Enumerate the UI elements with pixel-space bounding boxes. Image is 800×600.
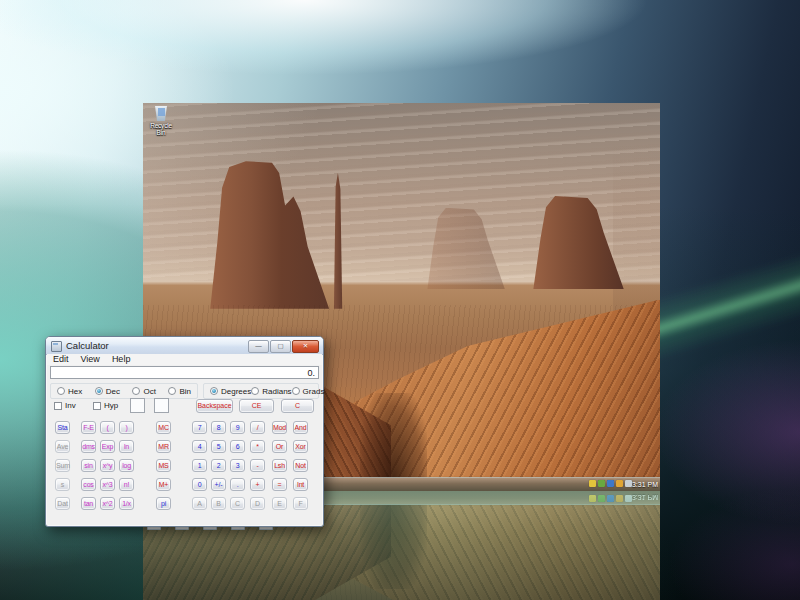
calc-button-key[interactable]: / bbox=[250, 421, 265, 434]
calc-button-d: D bbox=[250, 497, 265, 510]
calc-button-2[interactable]: 2 bbox=[211, 459, 226, 472]
radio-dot bbox=[251, 387, 259, 395]
calc-button-xor[interactable]: Xor bbox=[293, 440, 308, 453]
clear-button[interactable]: C bbox=[281, 399, 314, 413]
checkbox-hyp[interactable]: Hyp bbox=[93, 401, 118, 410]
calc-button-sin[interactable]: sin bbox=[81, 459, 96, 472]
calc-button-sum: Sum bbox=[55, 459, 70, 472]
calc-button-tan[interactable]: tan bbox=[81, 497, 96, 510]
calc-button-3[interactable]: 3 bbox=[230, 459, 245, 472]
desktop: Recycle Bin 3:31 PM Recycle Bin 3:31 PM bbox=[0, 0, 800, 600]
recycle-bin-label: Recycle Bin bbox=[146, 122, 176, 136]
checkbox-label: Inv bbox=[65, 401, 76, 410]
tray-icon-network[interactable] bbox=[598, 480, 605, 487]
calc-button-key[interactable]: ( bbox=[100, 421, 115, 434]
radio-grads[interactable]: Grads bbox=[292, 387, 325, 396]
number-base-group: Hex Dec Oct Bin bbox=[50, 383, 198, 399]
foreground-ravine bbox=[360, 393, 427, 478]
menu-edit[interactable]: Edit bbox=[47, 354, 75, 365]
angle-unit-group: Degrees Radians Grads bbox=[203, 383, 319, 399]
calc-button-4[interactable]: 4 bbox=[192, 440, 207, 453]
calc-button-key[interactable]: + bbox=[250, 478, 265, 491]
calc-button-8[interactable]: 8 bbox=[211, 421, 226, 434]
radio-dot bbox=[57, 387, 65, 395]
calc-button-key[interactable]: = bbox=[272, 478, 287, 491]
radio-dec[interactable]: Dec bbox=[95, 387, 120, 396]
radio-degrees[interactable]: Degrees bbox=[210, 387, 251, 396]
calc-button-mc[interactable]: MC bbox=[156, 421, 171, 434]
calc-button-e: E bbox=[272, 497, 287, 510]
calc-button-cos[interactable]: cos bbox=[81, 478, 96, 491]
radio-label: Hex bbox=[68, 387, 82, 396]
calc-button-n[interactable]: n! bbox=[119, 478, 134, 491]
calc-button-1[interactable]: 1 bbox=[192, 459, 207, 472]
calculator-window: Calculator — ▢ ✕ Edit View Help 0. Hex D… bbox=[45, 336, 324, 527]
tray-icon-messenger[interactable] bbox=[607, 480, 614, 487]
radio-dot bbox=[210, 387, 218, 395]
calc-button-key[interactable]: . bbox=[230, 478, 245, 491]
tray-icon-security[interactable] bbox=[589, 480, 596, 487]
ghost-column bbox=[613, 142, 660, 328]
radio-dot bbox=[95, 387, 103, 395]
menu-help[interactable]: Help bbox=[106, 354, 137, 365]
calc-button-lsh[interactable]: Lsh bbox=[272, 459, 287, 472]
maximize-button[interactable]: ▢ bbox=[270, 340, 291, 353]
calc-button-0[interactable]: 0 bbox=[192, 478, 207, 491]
radio-bin[interactable]: Bin bbox=[168, 387, 191, 396]
radio-dot bbox=[292, 387, 300, 395]
calc-button-key[interactable]: * bbox=[250, 440, 265, 453]
calc-button-a: A bbox=[192, 497, 207, 510]
window-title: Calculator bbox=[66, 340, 109, 351]
calculator-app-icon bbox=[51, 341, 62, 352]
calc-button-exp[interactable]: Exp bbox=[100, 440, 115, 453]
calc-button-5[interactable]: 5 bbox=[211, 440, 226, 453]
radio-label: Grads bbox=[303, 387, 325, 396]
calc-button-key[interactable]: - bbox=[250, 459, 265, 472]
calc-button-x-y[interactable]: x^y bbox=[100, 459, 115, 472]
calc-button-x-2[interactable]: x^2 bbox=[100, 497, 115, 510]
recycle-bin-glyph bbox=[155, 106, 168, 121]
titlebar[interactable]: Calculator — ▢ ✕ bbox=[46, 337, 323, 355]
calc-button-f-e[interactable]: F-E bbox=[81, 421, 96, 434]
calc-button-key[interactable]: +/- bbox=[211, 478, 226, 491]
menubar: Edit View Help bbox=[47, 354, 322, 365]
calc-button-ms[interactable]: MS bbox=[156, 459, 171, 472]
radio-oct[interactable]: Oct bbox=[132, 387, 155, 396]
radio-dot bbox=[168, 387, 176, 395]
radio-hex[interactable]: Hex bbox=[57, 387, 82, 396]
calc-button-int[interactable]: Int bbox=[293, 478, 308, 491]
taskbar-clock[interactable]: 3:31 PM bbox=[632, 480, 658, 489]
calc-button-6[interactable]: 6 bbox=[230, 440, 245, 453]
calc-button-1-x[interactable]: 1/x bbox=[119, 497, 134, 510]
calc-button-x-3[interactable]: x^3 bbox=[100, 478, 115, 491]
calc-button-m[interactable]: M+ bbox=[156, 478, 171, 491]
calc-button-7[interactable]: 7 bbox=[192, 421, 207, 434]
calc-button-f: F bbox=[293, 497, 308, 510]
menu-view[interactable]: View bbox=[75, 354, 106, 365]
clear-entry-button[interactable]: CE bbox=[239, 399, 274, 413]
calc-button-and[interactable]: And bbox=[293, 421, 308, 434]
calc-button-key[interactable]: ) bbox=[119, 421, 134, 434]
window-controls: — ▢ ✕ bbox=[248, 340, 319, 353]
calc-button-not[interactable]: Not bbox=[293, 459, 308, 472]
calc-button-log[interactable]: log bbox=[119, 459, 134, 472]
calc-button-or[interactable]: Or bbox=[272, 440, 287, 453]
calc-button-9[interactable]: 9 bbox=[230, 421, 245, 434]
radio-label: Bin bbox=[179, 387, 191, 396]
backspace-button[interactable]: Backspace bbox=[196, 399, 233, 413]
radio-label: Dec bbox=[106, 387, 120, 396]
calc-button-mod[interactable]: Mod bbox=[272, 421, 287, 434]
radio-radians[interactable]: Radians bbox=[251, 387, 291, 396]
calc-button-dms[interactable]: dms bbox=[81, 440, 96, 453]
calc-button-ln[interactable]: ln bbox=[119, 440, 134, 453]
checkbox-label: Hyp bbox=[104, 401, 118, 410]
checkbox-inv[interactable]: Inv bbox=[54, 401, 76, 410]
minimize-button[interactable]: — bbox=[248, 340, 269, 353]
calc-button-ave: Ave bbox=[55, 440, 70, 453]
close-button[interactable]: ✕ bbox=[292, 340, 319, 353]
calc-button-sta[interactable]: Sta bbox=[55, 421, 70, 434]
tray-icon-update[interactable] bbox=[616, 480, 623, 487]
calc-button-pi[interactable]: pi bbox=[156, 497, 171, 510]
recycle-bin-icon[interactable]: Recycle Bin bbox=[146, 106, 176, 136]
calc-button-mr[interactable]: MR bbox=[156, 440, 171, 453]
